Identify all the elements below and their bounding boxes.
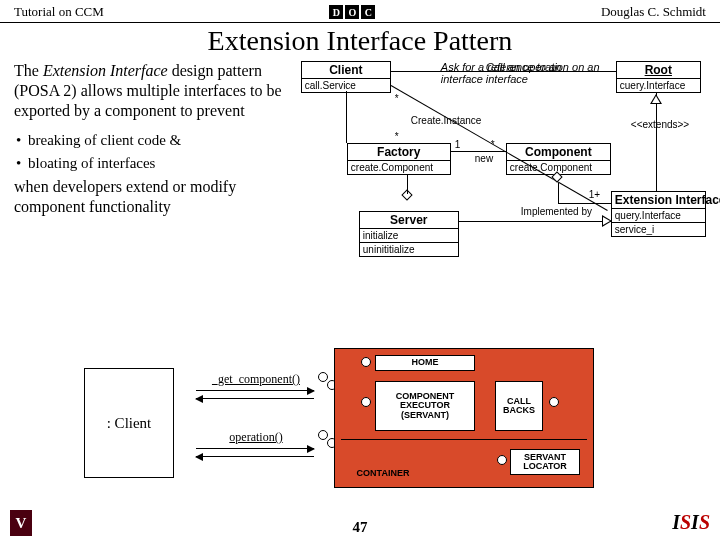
header-right: Douglas C. Schmidt bbox=[601, 4, 706, 20]
assoc-client-root bbox=[391, 71, 616, 72]
doc-logo: D O C bbox=[329, 5, 375, 19]
lead-paragraph: The Extension Interface design pattern (… bbox=[14, 61, 291, 121]
servant-locator-box: SERVANT LOCATOR bbox=[510, 449, 580, 475]
extends-label: <<extends>> bbox=[631, 119, 689, 130]
page-number: 47 bbox=[0, 519, 720, 536]
slide-header: Tutorial on CCM D O C Douglas C. Schmidt bbox=[0, 0, 720, 23]
lollipop-icon bbox=[318, 430, 328, 440]
bullet-2: bloating of interfaces bbox=[14, 154, 291, 173]
uml-client: Client call.Service bbox=[301, 61, 391, 93]
header-left: Tutorial on CCM bbox=[14, 4, 104, 20]
call-get-component: _get_component() bbox=[196, 372, 316, 387]
slide-title: Extension Interface Pattern bbox=[0, 25, 720, 57]
container-label: CONTAINER bbox=[343, 467, 423, 481]
anno-call-op: Call an operation on an interface bbox=[486, 61, 606, 85]
callbacks-box: CALL BACKS bbox=[495, 381, 543, 431]
sequence-diagram: : Client _get_component() operation() HO… bbox=[14, 348, 706, 508]
tail-paragraph: when developers extend or modify compone… bbox=[14, 177, 291, 217]
executor-box: COMPONENT EXECUTOR (SERVANT) bbox=[375, 381, 475, 431]
lollipop-icon bbox=[318, 372, 328, 382]
slide-body: The Extension Interface design pattern (… bbox=[0, 61, 720, 311]
call-operation: operation() bbox=[196, 430, 316, 445]
uml-server: Server initialize uninititialize bbox=[359, 211, 459, 257]
realization-arrow-icon bbox=[602, 215, 612, 227]
bullet-1: breaking of client code & bbox=[14, 131, 291, 150]
implemented-by-label: Implemented by bbox=[521, 207, 592, 217]
uml-root: Root cuery.Interface bbox=[616, 61, 701, 93]
assoc-factory-component bbox=[451, 151, 506, 152]
inheritance-arrow-icon bbox=[650, 94, 662, 104]
uml-component: Component create.Component bbox=[506, 143, 611, 175]
assoc-client-factory bbox=[346, 91, 347, 143]
isis-logo: ISIS bbox=[672, 511, 710, 534]
home-box: HOME bbox=[375, 355, 475, 371]
description-text: The Extension Interface design pattern (… bbox=[14, 61, 291, 311]
container-graphic: HOME COMPONENT EXECUTOR (SERVANT) CALL B… bbox=[334, 348, 594, 488]
uml-extension-interface: Extension Interface i query.Interface se… bbox=[611, 191, 706, 237]
uml-factory: Factory create.Component bbox=[347, 143, 451, 175]
uml-diagram: Client call.Service Root cuery.Interface… bbox=[291, 61, 706, 311]
seq-client: : Client bbox=[84, 368, 174, 478]
